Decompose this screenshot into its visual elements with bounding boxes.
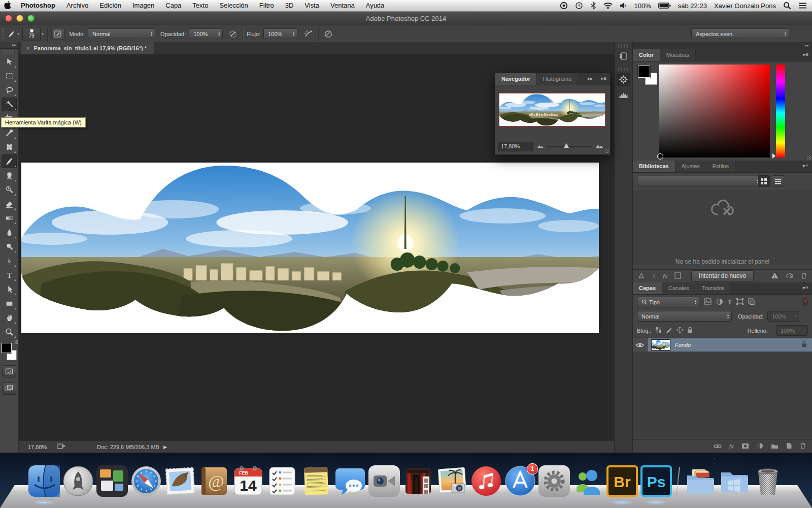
menu-filtro[interactable]: Filtro <box>254 0 280 11</box>
pressure-opacity-toggle[interactable] <box>227 28 239 40</box>
color-foreground-swatch[interactable] <box>638 66 650 78</box>
add-layer-mask-icon[interactable] <box>741 442 749 451</box>
dock-contacts-icon[interactable]: @ <box>198 465 230 497</box>
brush-size-picker[interactable]: 79 <box>22 27 41 41</box>
panel-dock-header[interactable]: ▸▸ <box>633 42 812 50</box>
statusbar-docsize[interactable]: Doc: 229,6 MB/206,3 MB <box>97 444 159 450</box>
add-layerstyle-icon[interactable]: fx <box>663 273 667 279</box>
dock-trash-icon[interactable] <box>752 465 784 497</box>
airbrush-toggle[interactable] <box>302 28 315 40</box>
tool-eyedropper[interactable] <box>2 126 17 140</box>
foreground-color-swatch[interactable] <box>2 343 12 353</box>
battery-icon[interactable] <box>658 3 671 9</box>
opacity-select[interactable]: 100% ▴▾ <box>189 28 223 39</box>
menu-photoshop[interactable]: Photoshop <box>15 0 61 11</box>
flow-select[interactable]: 100% ▴▾ <box>263 28 297 39</box>
menu-3d[interactable]: 3D <box>280 0 299 11</box>
tool-clone-stamp[interactable] <box>2 169 17 182</box>
menubar-clock[interactable]: sáb 22:23 <box>678 2 707 10</box>
dock-finder-icon[interactable] <box>28 465 60 497</box>
libraries-panel-menu-icon[interactable]: ▾≡ <box>802 163 809 169</box>
add-charstyle-icon[interactable]: T <box>652 273 656 280</box>
histogram-panel-button[interactable] <box>617 88 630 102</box>
tool-eraser[interactable] <box>2 197 17 211</box>
tool-path-select[interactable] <box>2 282 17 296</box>
tool-brush[interactable] <box>2 154 17 168</box>
screen-mode-button[interactable] <box>2 383 16 395</box>
add-graphic-icon[interactable] <box>638 272 645 281</box>
tool-blur[interactable] <box>2 226 17 239</box>
dock-bridge-icon[interactable]: Br <box>606 465 638 497</box>
libraries-grid-view-button[interactable] <box>758 175 770 187</box>
filter-pixel-layers-icon[interactable] <box>704 298 712 306</box>
libraries-sync-icon[interactable] <box>786 272 794 281</box>
bluetooth-icon[interactable] <box>590 2 596 10</box>
quick-mask-button[interactable] <box>2 365 16 377</box>
toolbar-collapse-chevrons[interactable]: ▸▸ <box>0 42 18 49</box>
dock-messenger-icon[interactable] <box>572 465 604 497</box>
tab-histograma[interactable]: Histograma <box>537 73 578 85</box>
dock-safari-icon[interactable] <box>130 465 162 497</box>
filter-shape-layers-icon[interactable] <box>736 298 743 306</box>
toggle-brush-panel-button[interactable] <box>51 28 64 40</box>
navigator-panel-menu-icon[interactable]: ▾≡ <box>600 76 607 81</box>
dock-windows-folder-icon[interactable] <box>718 465 750 497</box>
statusbar-zoom[interactable]: 17,88% <box>28 444 57 450</box>
workspace-switcher[interactable]: Aspectos esen. ▴▾ <box>691 28 789 39</box>
spotlight-search-icon[interactable] <box>783 2 791 10</box>
panorama-image[interactable] <box>21 163 599 333</box>
strip-grip-2[interactable] <box>618 68 629 71</box>
libraries-trash-icon[interactable] <box>801 272 807 281</box>
menu-ventana[interactable]: Ventana <box>325 0 360 11</box>
add-color-icon[interactable] <box>674 272 681 281</box>
color-panel-resize-grip[interactable] <box>807 155 811 160</box>
layer-visibility-cell[interactable] <box>633 338 648 352</box>
document-tab[interactable]: × Panorama_sin_título1 al 17,9% (RGB/16*… <box>21 42 154 54</box>
tab-color[interactable]: Color <box>633 49 660 61</box>
tool-marquee[interactable] <box>2 69 17 83</box>
time-machine-icon[interactable] <box>575 2 583 10</box>
color-panel-menu-icon[interactable]: ▾≡ <box>802 52 809 57</box>
navigator-proxy-view[interactable] <box>499 93 605 126</box>
dock-iphoto-icon[interactable] <box>436 465 468 497</box>
filter-type-layers-icon[interactable]: T <box>728 298 732 306</box>
layer-blend-select[interactable]: Normal ▴▾ <box>637 311 732 322</box>
close-tab-icon[interactable]: × <box>26 45 29 51</box>
record-status-icon[interactable] <box>560 2 568 10</box>
navigator-zoom-slider[interactable] <box>547 146 592 147</box>
strip-grip[interactable] <box>618 44 629 48</box>
menu-texto[interactable]: Texto <box>187 0 214 11</box>
layer-row-fondo[interactable]: Fondo <box>633 338 812 352</box>
menu-selección[interactable]: Selección <box>214 0 253 11</box>
new-layer-icon[interactable] <box>786 442 792 451</box>
filter-adjustment-layers-icon[interactable] <box>716 298 723 306</box>
navigator-resize-grip[interactable] <box>604 149 608 153</box>
dock-system-preferences-icon[interactable] <box>538 465 570 497</box>
volume-icon[interactable] <box>620 2 627 9</box>
menu-vista[interactable]: Vista <box>299 0 325 11</box>
navigator-collapse-icon[interactable]: ▸▸ <box>588 76 593 81</box>
dock-app-store-icon[interactable]: 1 <box>504 465 536 497</box>
dock-photo-booth-icon[interactable] <box>402 465 434 497</box>
new-group-icon[interactable] <box>771 442 779 451</box>
saturation-brightness-field[interactable] <box>659 65 770 157</box>
tool-move[interactable] <box>2 55 17 69</box>
minimize-window-button[interactable] <box>16 15 23 22</box>
saturation-marker[interactable] <box>657 153 663 160</box>
dock-calendar-icon[interactable]: FEB14 <box>232 465 264 497</box>
tool-dodge[interactable] <box>2 240 17 253</box>
tab-canales[interactable]: Canales <box>662 282 695 294</box>
dock-facetime-icon[interactable] <box>368 465 400 497</box>
menu-edición[interactable]: Edición <box>94 0 127 11</box>
hue-ramp[interactable] <box>776 65 785 157</box>
clone-source-panel-button[interactable] <box>617 49 630 63</box>
blend-mode-select[interactable]: Normal ▴▾ <box>88 28 155 39</box>
filter-smart-objects-icon[interactable] <box>748 298 755 306</box>
lock-all-icon[interactable] <box>687 327 693 334</box>
tool-lasso[interactable] <box>2 83 17 97</box>
libraries-select[interactable]: ▴▾ <box>637 176 761 186</box>
tab-navegador[interactable]: Navegador <box>495 73 537 85</box>
swap-colors-icon[interactable]: ⤭ <box>14 340 18 345</box>
notification-center-icon[interactable] <box>798 2 807 9</box>
tab-ajustes[interactable]: Ajustes <box>675 161 706 172</box>
